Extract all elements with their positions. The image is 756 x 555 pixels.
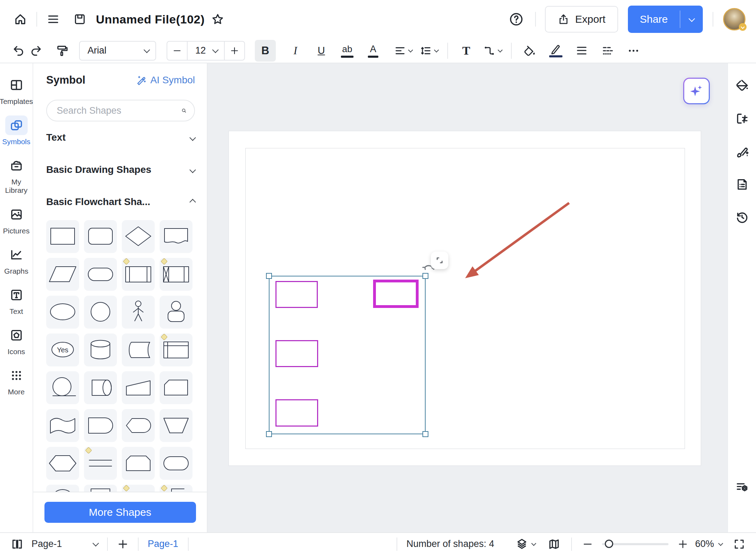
sidebar-item-more[interactable]: More: [0, 366, 33, 396]
shape-cell-manual-operation[interactable]: [122, 371, 155, 404]
selection-box[interactable]: [269, 276, 426, 434]
shape-cell-blank[interactable]: [122, 485, 155, 492]
ai-assistant-button[interactable]: [683, 78, 710, 104]
shape-cell-circle[interactable]: [84, 296, 117, 329]
line-style-button[interactable]: [598, 40, 617, 62]
line-color-button[interactable]: [547, 40, 565, 62]
line-weight-button[interactable]: [573, 40, 591, 62]
notes-button[interactable]: [735, 177, 749, 191]
shape-cell-database[interactable]: [84, 333, 117, 366]
shape-cell-trapezoid[interactable]: [160, 409, 192, 442]
section-basic-drawing-shapes[interactable]: Basic Drawing Shapes: [46, 154, 195, 186]
shape-cell-person[interactable]: [122, 296, 155, 329]
font-size-select[interactable]: 12: [187, 41, 225, 61]
shape-cell-delay[interactable]: [84, 409, 117, 442]
bold-button[interactable]: B: [255, 40, 276, 62]
shape-cell-cut-rect[interactable]: [122, 447, 155, 480]
shape-cell-parallelogram[interactable]: [46, 258, 79, 291]
sidebar-item-templates[interactable]: Templates: [0, 75, 33, 106]
shape-cell-card[interactable]: [160, 371, 192, 404]
share-button[interactable]: Share: [628, 6, 703, 33]
undo-button[interactable]: [9, 40, 27, 62]
section-text[interactable]: Text: [46, 121, 195, 154]
shape-cell-decision[interactable]: [122, 220, 155, 253]
page-panel-button[interactable]: [10, 538, 24, 551]
shape-cell-note[interactable]: [160, 333, 192, 366]
sidebar-item-symbols[interactable]: Symbols: [0, 115, 33, 146]
favorite-button[interactable]: [208, 10, 227, 29]
zoom-out-button[interactable]: [582, 539, 593, 549]
shape-cell-stored-data[interactable]: [122, 333, 155, 366]
decrease-font-button[interactable]: [167, 42, 187, 59]
search-input[interactable]: [56, 105, 181, 117]
expand-selection-button[interactable]: [431, 252, 448, 269]
zoom-level-select[interactable]: 60%: [695, 539, 722, 549]
display-options-button[interactable]: [735, 480, 749, 494]
layers-button[interactable]: [515, 538, 536, 551]
connector-button[interactable]: [483, 40, 502, 62]
shape-cell-hexagon[interactable]: [46, 447, 79, 480]
redo-button[interactable]: [27, 40, 46, 62]
format-painter-button[interactable]: [53, 40, 71, 62]
history-button[interactable]: [735, 210, 749, 224]
more-tools-button[interactable]: [624, 40, 643, 62]
shape-cell-document[interactable]: [160, 220, 192, 253]
shape-cell-double-lines[interactable]: [84, 447, 117, 480]
insert-shape-button[interactable]: [735, 112, 749, 126]
shape-cell-circle-line[interactable]: [46, 371, 79, 404]
file-title[interactable]: Unnamed File(102): [96, 13, 205, 26]
home-button[interactable]: [10, 9, 30, 29]
italic-button[interactable]: I: [286, 40, 304, 62]
resize-handle-nw[interactable]: [266, 273, 272, 279]
resize-handle-sw[interactable]: [266, 431, 272, 437]
shape-cell-rounded-rectangle[interactable]: [84, 220, 117, 253]
font-color-button[interactable]: A: [364, 40, 382, 62]
help-button[interactable]: [506, 9, 526, 29]
underline-button[interactable]: U: [312, 40, 330, 62]
sidebar-item-text[interactable]: Text: [0, 285, 33, 316]
shape-cell-stadium[interactable]: [160, 447, 192, 480]
shape-cell-arc-partial[interactable]: [46, 485, 79, 492]
page-selector[interactable]: Page-1: [31, 539, 98, 549]
shape-cell-rectangle[interactable]: [46, 220, 79, 253]
font-family-select[interactable]: Arial: [79, 41, 156, 61]
shape-cell-yes-ellipse[interactable]: Yes: [46, 333, 79, 366]
shape-search[interactable]: [46, 100, 195, 121]
resize-handle-se[interactable]: [422, 431, 428, 437]
page-tab-active[interactable]: Page-1: [148, 539, 178, 549]
sidebar-item-icons[interactable]: Icons: [0, 325, 33, 356]
canvas-area[interactable]: [208, 63, 727, 532]
sidebar-item-my-library[interactable]: My Library: [0, 156, 33, 195]
export-button[interactable]: Export: [545, 6, 618, 33]
zoom-slider[interactable]: [602, 543, 668, 545]
sidebar-item-pictures[interactable]: Pictures: [0, 205, 33, 235]
increase-font-button[interactable]: [225, 42, 244, 59]
shape-cell-bracket-partial[interactable]: [160, 485, 192, 492]
more-shapes-button[interactable]: More Shapes: [44, 502, 196, 523]
main-menu-button[interactable]: [43, 9, 63, 29]
share-dropdown[interactable]: [680, 6, 703, 33]
zoom-in-button[interactable]: [678, 539, 688, 549]
style-fill-button[interactable]: [735, 79, 749, 93]
align-button[interactable]: [394, 40, 412, 62]
shape-cell-direct-data[interactable]: [84, 371, 117, 404]
sidebar-item-graphs[interactable]: Graphs: [0, 245, 33, 275]
avatar[interactable]: [723, 8, 746, 30]
line-spacing-button[interactable]: [420, 40, 438, 62]
shape-cell-predefined-process[interactable]: [122, 258, 155, 291]
fullscreen-button[interactable]: [733, 538, 746, 550]
minimap-button[interactable]: [547, 538, 561, 551]
shape-cell-ellipse[interactable]: [46, 296, 79, 329]
zoom-slider-thumb[interactable]: [605, 540, 613, 548]
section-basic-flowchart-shapes[interactable]: Basic Flowchart Sha...: [46, 186, 195, 218]
ai-beautify-button[interactable]: [735, 145, 749, 159]
fill-color-button[interactable]: [521, 40, 539, 62]
shape-cell-rect-partial[interactable]: [84, 485, 117, 492]
shape-cell-user[interactable]: [160, 296, 192, 329]
highlight-button[interactable]: ab: [338, 40, 356, 62]
shape-cell-internal-storage[interactable]: [160, 258, 192, 291]
shape-cell-terminator[interactable]: [84, 258, 117, 291]
shape-cell-wave[interactable]: [46, 409, 79, 442]
ai-symbol-button[interactable]: AI Symbol: [135, 75, 195, 86]
shape-cell-display[interactable]: [122, 409, 155, 442]
